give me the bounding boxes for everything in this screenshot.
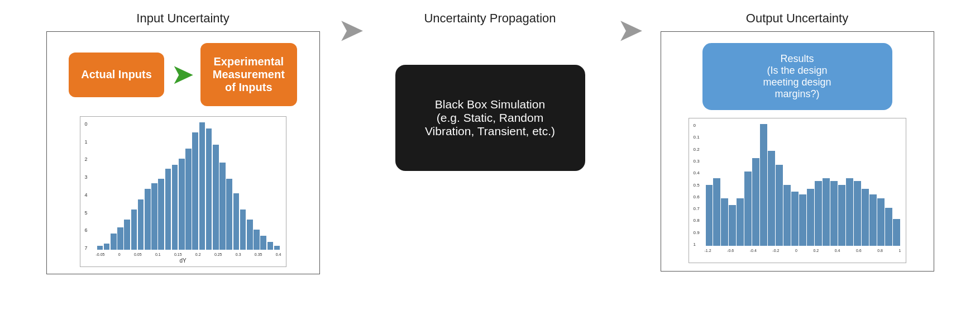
hist-bar [768, 151, 775, 246]
input-histogram: 7 6 5 4 3 2 1 0 -0.05 0 0.05 0.1 0.15 [80, 116, 286, 267]
hist-bar [145, 189, 151, 250]
hist-bar [254, 230, 260, 250]
hist-bar [729, 205, 735, 246]
actual-inputs-box: Actual Inputs [69, 53, 164, 97]
hist-bar [721, 198, 728, 246]
hist-bar [713, 178, 720, 246]
input-top-row: Actual Inputs ➤ Experimental Measurement… [69, 43, 297, 106]
hist-bar [752, 158, 759, 246]
output-hist-y-axis: 1 0.9 0.8 0.7 0.6 0.5 0.4 0.3 0.2 0.1 0 [694, 123, 700, 247]
input-box: Actual Inputs ➤ Experimental Measurement… [46, 31, 320, 274]
output-hist-bars [706, 124, 900, 246]
hist-bar [185, 149, 192, 250]
hist-bar [862, 189, 868, 246]
hist-bar [97, 246, 103, 250]
hist-bar [247, 220, 253, 250]
results-box: Results (Is the design meeting design ma… [702, 43, 892, 110]
hist-bar [226, 179, 232, 250]
black-box-simulation: Black Box Simulation (e.g. Static, Rando… [395, 65, 585, 171]
hist-bar [138, 199, 144, 250]
hist-bar [815, 181, 821, 246]
hist-bar [117, 227, 123, 250]
hist-bar [791, 192, 798, 246]
output-box: Results (Is the design meeting design ma… [661, 31, 934, 272]
hist-bar [893, 219, 900, 246]
hist-bar [179, 159, 185, 250]
output-uncertainty-section: Output Uncertainty Results (Is the desig… [652, 11, 943, 272]
arrow-to-output: ➤ [608, 11, 652, 56]
hist-bar [240, 210, 246, 250]
hist-bar [151, 183, 157, 250]
hist-bar [877, 198, 884, 246]
hist-bar [206, 128, 212, 250]
hist-bar [846, 178, 853, 246]
measurement-box: Experimental Measurement of Inputs [200, 43, 297, 106]
input-uncertainty-title: Input Uncertainty [136, 11, 229, 26]
gray-arrow-1-icon: ➤ [339, 17, 362, 45]
hist-bar [760, 124, 767, 246]
uncertainty-propagation-section: Uncertainty Propagation Black Box Simula… [373, 11, 608, 171]
hist-bar [869, 194, 876, 246]
input-hist-x-label: dY [179, 258, 186, 264]
hist-bar [854, 181, 861, 246]
input-uncertainty-section: Input Uncertainty Actual Inputs ➤ Experi… [38, 11, 328, 274]
input-hist-x-ticks: -0.05 0 0.05 0.1 0.15 0.2 0.25 0.3 0.35 … [96, 253, 281, 256]
hist-bar [233, 193, 240, 250]
propagation-title: Uncertainty Propagation [424, 11, 556, 26]
hist-bar [165, 169, 171, 250]
hist-bar [158, 179, 164, 250]
hist-bar [131, 210, 137, 250]
hist-bar [776, 165, 782, 246]
hist-bar [706, 185, 713, 246]
gray-arrow-2-icon: ➤ [618, 17, 642, 45]
hist-bar [823, 178, 829, 246]
hist-bar [838, 185, 845, 246]
hist-bar [807, 189, 814, 246]
hist-bar [213, 145, 219, 250]
hist-bar [199, 122, 205, 250]
hist-bar [274, 246, 280, 250]
hist-bar [192, 132, 198, 250]
input-hist-y-axis: 7 6 5 4 3 2 1 0 [85, 121, 88, 251]
output-histogram: 1 0.9 0.8 0.7 0.6 0.5 0.4 0.3 0.2 0.1 0 … [689, 118, 906, 263]
hist-bar [124, 220, 130, 250]
output-hist-x-ticks: -1.2 -0.6 -0.4 -0.2 0 0.2 0.4 0.6 0.8 1 [705, 249, 901, 253]
hist-bar [783, 185, 790, 246]
hist-bar [267, 242, 274, 250]
hist-bar [219, 163, 226, 250]
hist-bar [744, 172, 751, 246]
hist-bar [885, 208, 892, 246]
hist-bar [737, 198, 743, 246]
hist-bar [111, 234, 117, 250]
green-arrow-icon: ➤ [172, 63, 193, 87]
hist-bar [799, 194, 806, 246]
hist-bar [104, 244, 110, 250]
input-hist-bars [97, 122, 280, 250]
hist-bar [830, 181, 837, 246]
arrow-to-propagation: ➤ [328, 11, 373, 56]
output-uncertainty-title: Output Uncertainty [746, 11, 848, 26]
hist-bar [260, 236, 266, 250]
main-container: Input Uncertainty Actual Inputs ➤ Experi… [0, 0, 980, 319]
hist-bar [172, 165, 178, 250]
